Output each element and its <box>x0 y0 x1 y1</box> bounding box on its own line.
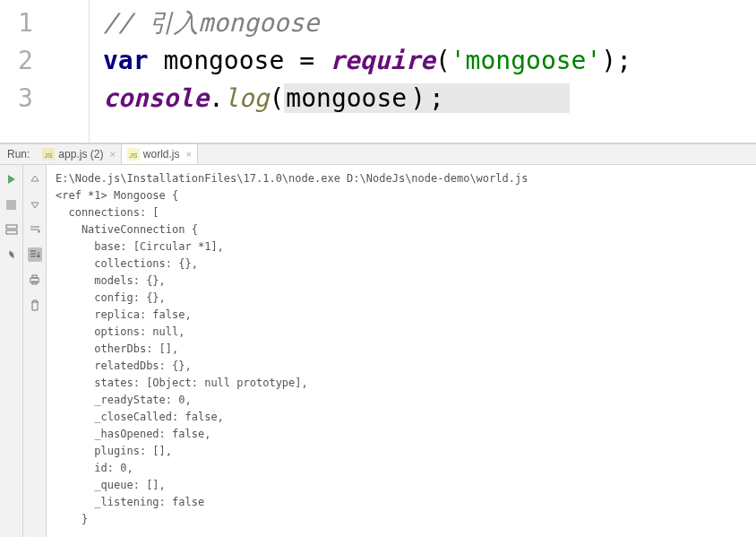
svg-text:JS: JS <box>45 152 53 160</box>
run-panel-header: Run: JS app.js (2) × JS world.js × <box>0 143 756 165</box>
tab-label: app.js (2) <box>58 148 103 160</box>
console-line: _readyState: 0, <box>56 392 747 409</box>
console-line: otherDbs: [], <box>56 341 747 358</box>
dot: . <box>209 83 224 113</box>
console-line: _closeCalled: false, <box>56 409 747 426</box>
run-tab-world[interactable]: JS world.js × <box>122 144 198 164</box>
run-icon[interactable] <box>4 172 19 186</box>
tool-column-right <box>23 165 47 537</box>
console-line: id: 0, <box>56 460 747 477</box>
console-line: base: [Circular *1], <box>56 238 747 256</box>
down-icon[interactable] <box>28 197 42 212</box>
console-line: _queue: [], <box>56 477 747 494</box>
code-line: console.log(mongoose); <box>103 80 756 117</box>
output-wrapper: E:\Node.js\InstallationFiles\17.1.0\node… <box>0 165 756 537</box>
editor-area: 1 2 3 // 引入mongoose var mongoose = requi… <box>0 0 756 143</box>
run-label: Run: <box>0 148 37 160</box>
identifier-mongoose: mongoose <box>163 46 284 75</box>
identifier-mongoose: mongoose <box>284 83 408 113</box>
keyword-var: var <box>103 46 149 75</box>
func-log: log <box>224 83 270 113</box>
paren: ) <box>408 83 427 113</box>
semicolon: ; <box>616 46 631 75</box>
js-file-icon: JS <box>42 148 55 160</box>
console-line: models: {}, <box>56 273 747 290</box>
trash-icon[interactable] <box>28 298 42 312</box>
layout-icon[interactable] <box>4 222 19 237</box>
string-content: mongoose <box>466 46 587 75</box>
code-line: var mongoose = require('mongoose'); <box>103 42 756 80</box>
line-number: 2 <box>0 42 89 80</box>
console-line: replica: false, <box>56 307 747 324</box>
console-line: _listening: false <box>56 494 747 511</box>
console-line: E:\Node.js\InstallationFiles\17.1.0\node… <box>56 170 747 187</box>
js-file-icon: JS <box>127 148 140 160</box>
paren: ) <box>601 46 616 75</box>
tab-label: world.js <box>143 148 180 160</box>
console-output[interactable]: E:\Node.js\InstallationFiles\17.1.0\node… <box>47 165 756 537</box>
semicolon: ; <box>427 83 570 113</box>
console-line: plugins: [], <box>56 443 747 460</box>
console-line: relatedDbs: {}, <box>56 358 747 375</box>
paren: ( <box>269 83 284 113</box>
console-line: <ref *1> Mongoose { <box>56 187 747 204</box>
console-line: connections: [ <box>56 204 747 221</box>
console-line: NativeConnection { <box>56 221 747 238</box>
code-area[interactable]: // 引入mongoose var mongoose = require('mo… <box>90 0 756 143</box>
close-icon[interactable]: × <box>107 149 115 160</box>
console-line: collections: {}, <box>56 256 747 273</box>
func-require: require <box>330 46 435 75</box>
console-line: _hasOpened: false, <box>56 426 747 443</box>
run-tab-app[interactable]: JS app.js (2) × <box>37 144 121 164</box>
line-number: 1 <box>0 4 89 42</box>
print-icon[interactable] <box>28 273 42 287</box>
svg-text:JS: JS <box>129 152 137 160</box>
line-number: 3 <box>0 80 89 117</box>
string-quote: ' <box>451 46 466 75</box>
svg-rect-8 <box>32 275 37 278</box>
stop-icon[interactable] <box>4 197 19 212</box>
svg-rect-4 <box>6 200 16 210</box>
console-line: config: {}, <box>56 290 747 307</box>
string-quote: ' <box>586 46 601 75</box>
identifier-console: console <box>103 83 209 113</box>
paren: ( <box>435 46 451 75</box>
operator-eq: = <box>284 46 330 75</box>
console-line: states: [Object: null prototype], <box>56 375 747 392</box>
soft-wrap-icon[interactable] <box>28 222 42 237</box>
up-icon[interactable] <box>28 172 42 186</box>
console-line: options: null, <box>56 324 747 341</box>
code-comment: // 引入mongoose <box>103 8 319 38</box>
svg-rect-5 <box>6 225 17 229</box>
svg-rect-6 <box>6 230 17 234</box>
close-icon[interactable]: × <box>184 149 192 160</box>
scroll-to-end-icon[interactable] <box>28 247 42 262</box>
tool-column-left <box>0 165 23 537</box>
pin-icon[interactable] <box>4 247 19 262</box>
console-line: } <box>56 511 747 528</box>
line-gutter: 1 2 3 <box>0 0 90 143</box>
code-line: // 引入mongoose <box>103 4 756 42</box>
